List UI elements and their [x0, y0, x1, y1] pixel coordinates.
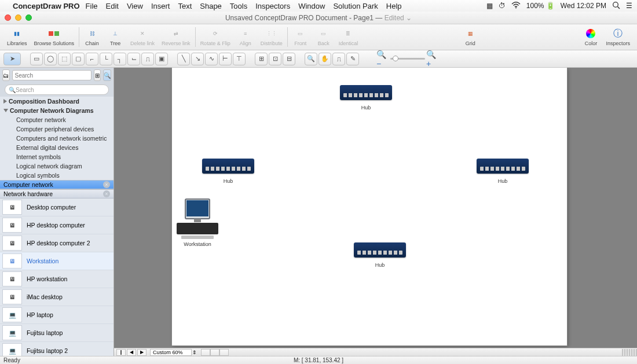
hand-tool[interactable]: ✋ [318, 53, 331, 65]
rect-tool[interactable]: ▭ [30, 53, 43, 65]
connector-tool-3[interactable]: ┐ [114, 53, 126, 65]
shape-item[interactable]: 🖥iMac desktop [0, 288, 114, 306]
tree-item[interactable]: Computer network [0, 115, 114, 124]
pencil-tool[interactable]: ✎ [346, 53, 359, 65]
zoom-in-button[interactable]: 🔍+ [426, 53, 439, 65]
dimension-tool-1[interactable]: ⊢ [219, 53, 232, 65]
menu-window[interactable]: Window [298, 2, 325, 10]
tree-item[interactable]: Computers and network isometric [0, 134, 114, 143]
close-window-button[interactable] [5, 14, 11, 21]
pointer-tool[interactable]: ➤ [3, 53, 21, 65]
stamp-tool[interactable]: ⎍ [332, 53, 345, 65]
rotate-flip-button[interactable]: ⟳Rotate & Flip [197, 24, 234, 50]
menubar-timer-icon[interactable]: ⏱ [499, 2, 506, 10]
sidebar-tree-icon[interactable]: 🗂 [2, 69, 10, 81]
shape-tool-2[interactable]: ▢ [72, 53, 85, 65]
zoom-slider[interactable] [390, 58, 425, 60]
shape-item[interactable]: 💻Fujitsu laptop [0, 324, 114, 342]
shape-item[interactable]: 💻Fujitsu laptop 2 [0, 342, 114, 356]
zoom-select[interactable]: Custom 60% [150, 349, 192, 356]
distribute-button[interactable]: ⋮⋮Distribute [257, 24, 286, 50]
page-tab[interactable] [219, 349, 229, 356]
zoom-tool[interactable]: 🔍 [305, 53, 317, 65]
canvas-hub-shape[interactable]: Hub [354, 242, 406, 268]
page-tab[interactable] [201, 349, 210, 356]
tree-item[interactable]: External digital devices [0, 143, 114, 152]
menubar-battery[interactable]: 100% 🔋 [526, 2, 555, 10]
menubar-list-icon[interactable]: ☰ [626, 2, 632, 10]
connector-tool-2[interactable]: └ [100, 53, 112, 65]
color-button[interactable]: Color [579, 24, 602, 50]
canvas-area[interactable]: Hub Hub Hub Hub Workstation ‖ ◀ ▶ Custom… [114, 68, 637, 356]
arrow-tool[interactable]: ↘ [191, 53, 204, 65]
close-icon[interactable]: × [103, 181, 110, 188]
tree-item[interactable]: Computer peripheral devices [0, 124, 114, 134]
ellipse-tool[interactable]: ◯ [44, 53, 57, 65]
menubar-clock[interactable]: Wed 12:02 PM [561, 2, 606, 10]
back-button[interactable]: ▭Back [312, 24, 335, 50]
canvas-hub-shape[interactable]: Hub [477, 159, 529, 184]
canvas-workstation-shape[interactable]: Workstation [172, 198, 223, 247]
menu-shape[interactable]: Shape [200, 2, 222, 10]
curve-tool[interactable]: ∿ [205, 53, 218, 65]
table-tool-2[interactable]: ⊡ [269, 53, 281, 65]
sidebar-filter-input[interactable] [12, 70, 91, 80]
shape-item[interactable]: 🖥HP desktop computer 2 [0, 234, 114, 252]
connector-tool-4[interactable]: ⌙ [127, 53, 140, 65]
menu-edit[interactable]: Edit [106, 2, 119, 10]
shape-tool-1[interactable]: ⬚ [58, 53, 71, 65]
menu-view[interactable]: View [127, 2, 143, 10]
page-tab[interactable] [210, 349, 219, 356]
identical-button[interactable]: ≣Identical [335, 24, 362, 50]
zoom-out-button[interactable]: 🔍− [376, 53, 389, 65]
grid-button[interactable]: ▦Grid [459, 24, 482, 50]
library-header-network-hardware[interactable]: Network hardware× [0, 189, 114, 198]
tree-item[interactable]: Computer Network Diagrams [0, 106, 114, 115]
connector-tool-5[interactable]: ⎍ [141, 53, 154, 65]
menubar-dashboard-icon[interactable]: ▦ [486, 2, 493, 10]
close-icon[interactable]: × [103, 190, 110, 197]
menu-tools[interactable]: Tools [230, 2, 247, 10]
table-tool-1[interactable]: ⊞ [255, 53, 268, 65]
reverse-link-button[interactable]: ⇄Reverse link [158, 24, 194, 50]
canvas-hub-shape[interactable]: Hub [202, 159, 254, 184]
chain-button[interactable]: ⛓Chain [80, 24, 104, 50]
title-dropdown-icon[interactable]: ⌄ [406, 14, 412, 22]
menu-help[interactable]: Help [386, 2, 402, 10]
align-button[interactable]: ≡Align [234, 24, 257, 50]
tree-item[interactable]: Composition Dashboard [0, 97, 114, 106]
prev-page-button[interactable]: ◀ [127, 349, 136, 356]
sidebar-search-field[interactable]: 🔍 Search [5, 84, 109, 95]
dimension-tool-2[interactable]: ⊤ [233, 53, 246, 65]
menu-file[interactable]: File [86, 2, 98, 10]
minimize-window-button[interactable] [15, 14, 21, 21]
menu-insert[interactable]: Insert [151, 2, 170, 10]
tree-item[interactable]: Logical network diagram [0, 161, 114, 171]
app-name[interactable]: ConceptDraw PRO [13, 2, 80, 10]
connector-tool-1[interactable]: ⌐ [86, 53, 98, 65]
libraries-button[interactable]: ▮▮Libraries [3, 24, 31, 50]
menu-inspectors[interactable]: Inspectors [255, 2, 290, 10]
shape-item[interactable]: 🖥HP workstation [0, 270, 114, 288]
first-page-button[interactable]: ‖ [116, 349, 126, 356]
menu-solution-park[interactable]: Solution Park [333, 2, 378, 10]
tree-item[interactable]: Logical symbols [0, 171, 114, 180]
shape-item-workstation[interactable]: 🖥Workstation [0, 252, 114, 270]
front-button[interactable]: ▭Front [289, 24, 312, 50]
sidebar-search-button[interactable]: 🔍 [103, 69, 111, 81]
browse-solutions-button[interactable]: Browse Solutions [31, 24, 78, 50]
drawing-page[interactable]: Hub Hub Hub Hub Workstation [172, 68, 567, 345]
connector-tool-6[interactable]: ▣ [155, 53, 168, 65]
menubar-spotlight-icon[interactable] [612, 1, 620, 11]
sidebar-grid-view-button[interactable]: ⊞ [94, 69, 101, 81]
table-tool-3[interactable]: ⊟ [283, 53, 295, 65]
next-page-button[interactable]: ▶ [137, 349, 147, 356]
shape-item[interactable]: 💻HP laptop [0, 306, 114, 324]
shape-item[interactable]: 🖥Desktop computer [0, 198, 114, 216]
menubar-wifi-icon[interactable] [511, 2, 521, 10]
inspectors-button[interactable]: ⓘInspectors [602, 24, 634, 50]
tree-item[interactable]: Internet symbols [0, 152, 114, 161]
zoom-window-button[interactable] [25, 14, 32, 21]
library-header-computer-network[interactable]: Computer network× [0, 180, 114, 189]
delete-link-button[interactable]: ✕Delete link [127, 24, 158, 50]
